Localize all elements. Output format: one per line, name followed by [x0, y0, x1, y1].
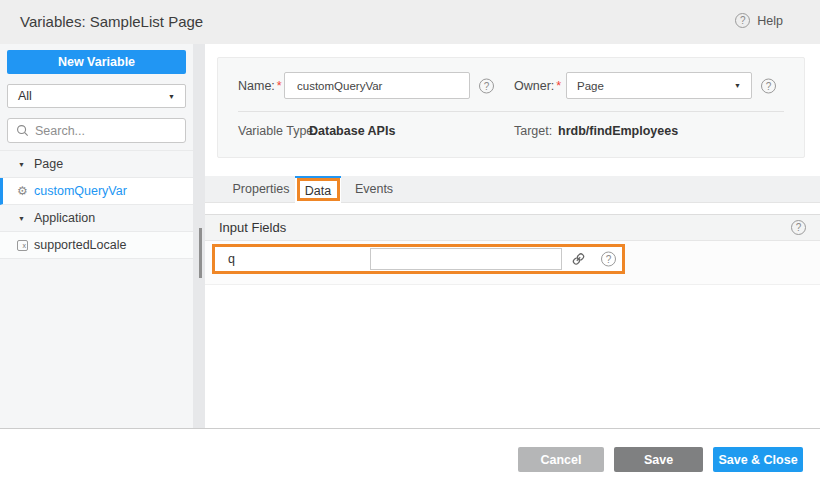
tree-group-page[interactable]: ▼ Page: [0, 151, 193, 178]
owner-value: Page: [577, 80, 604, 92]
variable-tree: ▼ Page ⚙ customQueryVar ▼ Application x …: [0, 150, 193, 259]
help-link[interactable]: ? Help: [735, 13, 783, 28]
variable-detail-pane: Name:* ? Owner:* Page ▼ ? Variable Type:…: [205, 44, 820, 429]
tree-collapse-icon: ▼: [18, 161, 25, 168]
field-help-icon[interactable]: ?: [601, 252, 616, 267]
input-fields-title: Input Fields: [219, 220, 286, 235]
scrollbar-thumb[interactable]: [199, 228, 202, 278]
input-fields-body: q ?: [205, 241, 820, 285]
dialog-footer: Cancel Save Save & Close: [0, 429, 820, 489]
variable-search[interactable]: [7, 118, 186, 143]
tree-item-label: supportedLocale: [34, 238, 126, 252]
tab-events[interactable]: Events: [345, 176, 403, 203]
field-name-label: q: [228, 252, 235, 266]
panel-divider: [238, 111, 784, 112]
search-input[interactable]: [35, 124, 165, 138]
tab-data[interactable]: Data: [295, 176, 341, 203]
variable-summary-panel: Name:* ? Owner:* Page ▼ ? Variable Type:…: [217, 57, 805, 158]
input-field-row-highlight-annotation: q ?: [212, 244, 625, 274]
variable-filter-value: All: [18, 89, 32, 103]
target-value: hrdb/findEmployees: [558, 124, 678, 138]
tree-group-label: Page: [34, 157, 63, 171]
tree-group-label: Application: [34, 211, 95, 225]
cancel-button[interactable]: Cancel: [518, 447, 604, 472]
sidebar-scrollbar[interactable]: [193, 44, 205, 429]
variable-type-label: Variable Type:: [238, 124, 317, 138]
search-icon: [16, 124, 29, 137]
variable-filter-select[interactable]: All ▼: [7, 84, 186, 108]
chevron-down-icon: ▼: [168, 93, 175, 100]
input-fields-header: Input Fields ?: [205, 214, 820, 241]
owner-select[interactable]: Page ▼: [566, 72, 752, 99]
chevron-down-icon: ▼: [734, 82, 741, 89]
save-button[interactable]: Save: [614, 447, 703, 472]
dialog-header: Variables: SampleList Page ? Help: [0, 0, 820, 44]
save-and-close-button[interactable]: Save & Close: [713, 447, 803, 472]
help-icon: ?: [735, 13, 750, 28]
bind-link-icon[interactable]: [571, 252, 586, 267]
tab-properties[interactable]: Properties: [225, 176, 297, 203]
detail-tabbar: Properties Data Events: [205, 176, 820, 203]
required-asterisk: *: [556, 79, 561, 93]
field-q-value-input[interactable]: [370, 248, 562, 270]
variables-sidebar: New Variable All ▼ ▼ Page ⚙ customQueryV…: [0, 44, 193, 429]
locale-icon: x: [16, 240, 29, 251]
help-label: Help: [757, 14, 783, 28]
tree-item-label: customQueryVar: [34, 184, 127, 198]
owner-label: Owner:*: [514, 79, 561, 93]
name-field[interactable]: [284, 72, 470, 99]
service-variable-gear-icon: ⚙: [16, 185, 29, 197]
page-title: Variables: SampleList Page: [20, 13, 203, 30]
tree-item-supportedlocale[interactable]: x supportedLocale: [0, 232, 193, 259]
required-asterisk: *: [277, 79, 282, 93]
variable-type-value: Database APIs: [309, 124, 395, 138]
input-fields-help-icon[interactable]: ?: [791, 220, 806, 235]
name-label: Name:*: [238, 79, 282, 93]
tree-collapse-icon: ▼: [18, 215, 25, 222]
target-label: Target:: [514, 124, 552, 138]
new-variable-button[interactable]: New Variable: [7, 50, 186, 74]
tree-group-application[interactable]: ▼ Application: [0, 205, 193, 232]
owner-help-icon[interactable]: ?: [761, 79, 776, 94]
name-help-icon[interactable]: ?: [479, 79, 494, 94]
tree-item-customqueryvar[interactable]: ⚙ customQueryVar: [0, 178, 193, 205]
input-fields-section: Input Fields ? q ?: [205, 214, 820, 285]
